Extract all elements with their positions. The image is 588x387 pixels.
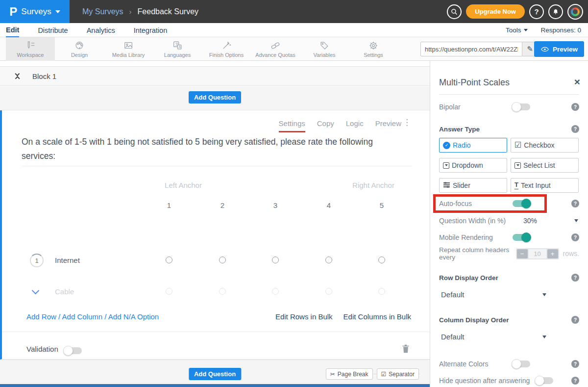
toolbar-item-languages[interactable]: 文A Languages (153, 37, 202, 61)
radio-option[interactable] (325, 288, 332, 295)
checkbox-icon: ☑ (381, 371, 387, 378)
question-mark-icon: ? (534, 7, 539, 16)
radio-option[interactable] (325, 257, 332, 263)
stepper-value[interactable]: 10 (529, 249, 546, 258)
question-more-menu[interactable]: ⋮ (403, 118, 411, 127)
edit-columns-in-bulk-link[interactable]: Edit Columns in Bulk (343, 312, 411, 321)
toolbar-item-advance-quotas[interactable]: Advance Quotas (251, 37, 300, 61)
add-question-button-bottom[interactable]: Add Question (189, 368, 241, 380)
row-label[interactable]: Internet (55, 256, 80, 264)
tab-edit[interactable]: Edit (6, 23, 19, 37)
scale-column-label[interactable]: 2 (196, 201, 249, 209)
answer-type-radio[interactable]: ✓ Radio (439, 138, 507, 153)
row-reorder-chevron-icon[interactable] (32, 287, 40, 295)
question-tab-preview[interactable]: Preview (375, 119, 401, 132)
radio-option[interactable] (378, 257, 385, 263)
mobile-rendering-toggle[interactable] (513, 234, 530, 241)
next-question-edge[interactable] (0, 384, 430, 387)
answer-type-label: Answer Type (439, 126, 480, 133)
question-tab-settings[interactable]: Settings (279, 119, 305, 132)
radio-option[interactable] (378, 288, 385, 295)
toolbar-item-variables[interactable]: Variables (300, 37, 349, 61)
close-panel-button[interactable]: × (574, 77, 580, 87)
add-na-option-link[interactable]: Add N/A Option (108, 312, 159, 321)
question-text[interactable]: On a scale of 1-5 with 1 being not satis… (22, 135, 399, 163)
help-icon[interactable]: ? (571, 316, 579, 324)
user-avatar[interactable] (567, 4, 583, 20)
add-row-link[interactable]: Add Row (26, 312, 56, 321)
mobile-rendering-row: Mobile Rendering ? (439, 232, 579, 243)
stepper-plus-button[interactable]: + (547, 249, 558, 258)
question-width-value[interactable]: 30% (523, 217, 537, 225)
radio-option[interactable] (219, 288, 226, 295)
autofocus-toggle[interactable] (513, 200, 530, 207)
matrix-row-cable: Cable (2, 285, 432, 299)
page-break-button[interactable]: ✂ Page Break (326, 368, 373, 380)
help-icon[interactable]: ? (571, 125, 579, 133)
help-icon[interactable]: ? (571, 103, 579, 111)
collapse-block-icon[interactable] (14, 72, 21, 80)
validation-toggle[interactable] (64, 347, 82, 354)
answer-type-select-list[interactable]: Select List (511, 158, 579, 173)
block-title[interactable]: Block 1 (32, 72, 56, 80)
delete-question-button[interactable] (401, 344, 410, 356)
column-display-order-select[interactable]: Default (441, 333, 546, 341)
add-question-strip-bottom: Add Question ✂ Page Break ☑ Separator (0, 360, 430, 384)
tab-integration[interactable]: Integration (134, 23, 168, 37)
bipolar-toggle[interactable] (513, 103, 530, 110)
hide-question-toggle[interactable] (536, 377, 553, 384)
edit-rows-in-bulk-link[interactable]: Edit Rows in Bulk (275, 312, 333, 321)
tools-menu[interactable]: Tools (506, 26, 528, 34)
question-tab-copy[interactable]: Copy (317, 119, 334, 132)
radio-option[interactable] (219, 257, 226, 263)
add-question-button-top[interactable]: Add Question (189, 91, 241, 103)
answer-type-slider[interactable]: Slider (439, 178, 507, 193)
caret-down-icon[interactable] (574, 219, 578, 222)
tab-distribute[interactable]: Distribute (38, 23, 68, 37)
toolbar-item-settings[interactable]: Settings (349, 37, 398, 61)
dropdown-box-icon (443, 162, 449, 169)
row-display-order-select[interactable]: Default (441, 290, 546, 299)
search-button[interactable] (447, 4, 462, 19)
radio-option[interactable] (272, 288, 279, 295)
right-anchor-label[interactable]: Right Anchor (339, 181, 408, 189)
toolbar-item-finish-options[interactable]: Finish Options (202, 37, 251, 61)
radio-option[interactable] (166, 257, 172, 263)
notifications-button[interactable] (548, 4, 563, 19)
separator-button[interactable]: ☑ Separator (377, 368, 419, 380)
add-column-link[interactable]: Add Column (62, 312, 103, 321)
responses-count[interactable]: Responses: 0 (540, 26, 581, 34)
help-icon[interactable]: ? (571, 377, 579, 385)
scale-column-label[interactable]: 1 (143, 201, 196, 209)
preview-button[interactable]: Preview (534, 41, 584, 57)
help-button[interactable]: ? (529, 4, 544, 19)
help-icon[interactable]: ? (571, 274, 579, 282)
row-label[interactable]: Cable (55, 287, 74, 296)
toolbar-item-design[interactable]: Design (55, 37, 104, 61)
help-icon[interactable]: ? (571, 200, 579, 207)
alternate-colors-toggle[interactable] (513, 361, 530, 367)
answer-type-checkbox[interactable]: ☑ Checkbox (511, 138, 579, 153)
questionpro-survey-editor: P Surveys My Surveys › Feedback Survey U… (0, 0, 588, 387)
scale-column-label[interactable]: 4 (302, 201, 355, 209)
stepper-minus-button[interactable]: − (517, 249, 528, 258)
radio-option[interactable] (272, 257, 279, 263)
survey-url-input[interactable] (420, 42, 522, 56)
editor-toolbar: Workspace Design Media Library 文A Langua… (0, 37, 588, 61)
help-icon[interactable]: ? (571, 360, 579, 368)
toolbar-item-media-library[interactable]: Media Library (104, 37, 153, 61)
surveys-product-menu[interactable]: P Surveys (0, 0, 70, 23)
breadcrumb-my-surveys[interactable]: My Surveys (82, 7, 123, 16)
answer-type-dropdown[interactable]: Dropdown (439, 158, 507, 173)
tab-analytics[interactable]: Analytics (87, 23, 115, 37)
magic-wand-icon (221, 40, 232, 51)
toolbar-item-workspace[interactable]: Workspace (6, 37, 55, 61)
upgrade-now-button[interactable]: Upgrade Now (466, 4, 525, 19)
radio-option[interactable] (166, 288, 172, 295)
question-tab-logic[interactable]: Logic (346, 119, 364, 132)
help-icon[interactable]: ? (571, 233, 579, 241)
scale-column-label[interactable]: 3 (249, 201, 302, 209)
answer-type-text-input[interactable]: T Text Input (511, 178, 579, 193)
left-anchor-label[interactable]: Left Anchor (149, 181, 218, 189)
scale-column-label[interactable]: 5 (355, 201, 408, 209)
